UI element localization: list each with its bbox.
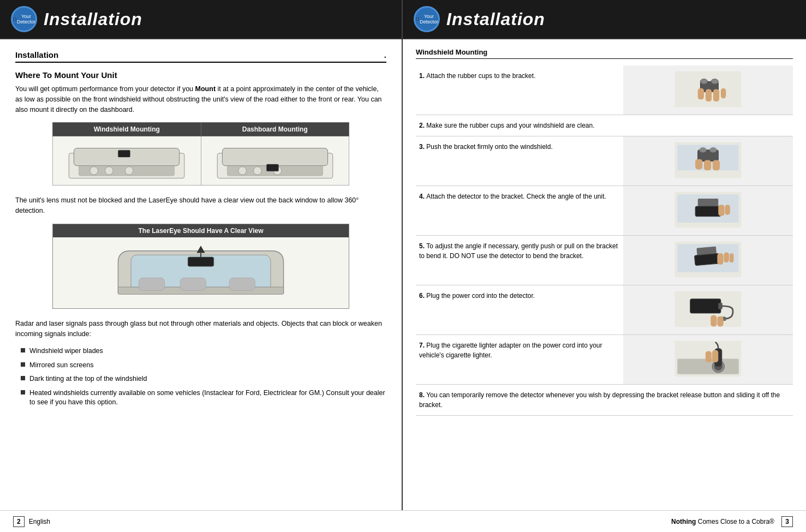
bullet-icon-4 bbox=[21, 390, 25, 394]
dual-header: Your Detector Installation Your Detector… bbox=[0, 0, 806, 38]
tagline-bold: Nothing bbox=[671, 518, 696, 525]
step-text-8: 8. You can temporarily remove the detect… bbox=[416, 385, 793, 416]
bullet-item-4: Heated windshields currently available o… bbox=[21, 388, 386, 408]
footer-right: Nothing Comes Close to a Cobra® 3 bbox=[671, 518, 793, 525]
svg-point-2 bbox=[14, 19, 15, 20]
step-row-6: 6. Plug the power cord into the detector… bbox=[416, 285, 793, 335]
right-logo: Your Detector bbox=[414, 6, 440, 32]
svg-rect-53 bbox=[698, 199, 719, 206]
svg-rect-42 bbox=[721, 88, 726, 99]
step-img-5 bbox=[623, 236, 793, 285]
svg-rect-27 bbox=[266, 164, 278, 171]
windshield-mount-img bbox=[53, 136, 201, 186]
left-header-title: Installation bbox=[44, 9, 142, 29]
svg-rect-32 bbox=[139, 278, 164, 291]
svg-rect-39 bbox=[698, 88, 704, 100]
steps-table: 1. Attach the rubber cups to the bracket… bbox=[416, 65, 793, 416]
step-text-3: 3. Push the bracket firmly onto the wind… bbox=[416, 136, 623, 186]
step-img-7 bbox=[623, 335, 793, 385]
svg-point-24 bbox=[238, 167, 247, 175]
svg-point-47 bbox=[709, 147, 717, 152]
main-content: Installation Where To Mount Your Unit Yo… bbox=[0, 38, 806, 510]
svg-marker-30 bbox=[196, 246, 205, 253]
svg-rect-68 bbox=[711, 315, 717, 327]
svg-rect-61 bbox=[717, 253, 723, 265]
svg-rect-65 bbox=[690, 299, 721, 313]
left-logo-label: Your Detector bbox=[17, 14, 35, 25]
footer: 2 English Nothing Comes Close to a Cobra… bbox=[0, 510, 806, 532]
svg-point-37 bbox=[700, 79, 707, 84]
step-row-1: 1. Attach the rubber cups to the bracket… bbox=[416, 65, 793, 115]
col-windshield: Windshield Mounting bbox=[53, 123, 201, 136]
bullet-item-1: Windshield wiper blades bbox=[21, 346, 386, 356]
page-num-right: 3 bbox=[781, 516, 793, 527]
svg-rect-34 bbox=[229, 278, 255, 291]
step-text-1: 1. Attach the rubber cups to the bracket… bbox=[416, 65, 623, 115]
left-section-heading: Installation bbox=[15, 50, 386, 63]
dashboard-mount-img bbox=[201, 136, 349, 186]
svg-point-25 bbox=[253, 167, 261, 175]
svg-rect-69 bbox=[717, 316, 723, 327]
bullet-icon-2 bbox=[21, 362, 25, 367]
bullet-icon-1 bbox=[21, 348, 25, 352]
svg-rect-40 bbox=[706, 89, 712, 102]
step-text-7: 7. Plug the cigarette lighter adapter on… bbox=[416, 335, 623, 385]
step-row-4: 4. Attach the detector to the bracket. C… bbox=[416, 186, 793, 236]
step-img-4 bbox=[623, 186, 793, 236]
left-logo: Your Detector bbox=[11, 6, 37, 32]
language-label: English bbox=[29, 518, 50, 525]
step-img-6 bbox=[623, 285, 793, 335]
step-row-5: 5. To adjust the angle if necessary, gen… bbox=[416, 236, 793, 285]
svg-rect-75 bbox=[706, 351, 712, 362]
svg-rect-33 bbox=[180, 278, 206, 291]
svg-rect-48 bbox=[695, 159, 702, 170]
col-dashboard: Dashboard Mounting bbox=[201, 123, 349, 136]
body-text-3: The unit's lens must not be blocked and … bbox=[15, 195, 386, 216]
step-text-4: 4. Attach the detector to the bracket. C… bbox=[416, 186, 623, 236]
right-column: Windshield Mounting 1. Attach the rubber… bbox=[403, 39, 806, 510]
subsection-title: Where To Mount Your Unit bbox=[15, 70, 386, 80]
svg-point-18 bbox=[105, 167, 114, 175]
bullet-item-2: Mirrored sun screens bbox=[21, 361, 386, 370]
svg-point-19 bbox=[125, 167, 133, 175]
bullet-item-3: Dark tinting at the top of the windshiel… bbox=[21, 374, 386, 384]
step-row-8: 8. You can temporarily remove the detect… bbox=[416, 385, 793, 416]
step-row-3: 3. Push the bracket firmly onto the wind… bbox=[416, 136, 793, 186]
body-text-4: Radar and laser signals pass through gla… bbox=[15, 319, 386, 339]
svg-rect-56 bbox=[725, 205, 730, 215]
svg-rect-20 bbox=[118, 150, 130, 157]
footer-left: 2 English bbox=[13, 516, 50, 527]
step-text-6: 6. Plug the power cord into the detector… bbox=[416, 285, 623, 335]
svg-rect-60 bbox=[694, 253, 719, 266]
svg-rect-62 bbox=[724, 252, 729, 262]
svg-point-46 bbox=[700, 147, 707, 152]
step-row-7: 7. Plug the cigarette lighter adapter on… bbox=[416, 335, 793, 385]
step-img-1 bbox=[623, 65, 793, 115]
lasereye-box: The LaserEye Should Have A Clear View bbox=[52, 224, 349, 309]
svg-rect-29 bbox=[188, 257, 213, 266]
svg-rect-41 bbox=[713, 89, 719, 102]
svg-rect-50 bbox=[713, 160, 720, 171]
right-header-title: Installation bbox=[446, 9, 545, 29]
svg-point-9 bbox=[417, 19, 418, 20]
step-text-2: 2. Make sure the rubber cups and your wi… bbox=[416, 115, 793, 136]
body-text-1: You will get optimum performance from yo… bbox=[15, 84, 386, 115]
step-row-2: 2. Make sure the rubber cups and your wi… bbox=[416, 115, 793, 136]
left-header: Your Detector Installation bbox=[0, 0, 403, 38]
lasereye-content bbox=[53, 237, 349, 308]
step-text-5: 5. To adjust the angle if necessary, gen… bbox=[416, 236, 623, 285]
svg-point-17 bbox=[90, 167, 98, 175]
svg-rect-55 bbox=[718, 205, 724, 216]
tagline-rest: Comes Close to a Cobra® bbox=[696, 518, 774, 525]
lasereye-header: The LaserEye Should Have A Clear View bbox=[53, 224, 349, 237]
right-header: Your Detector Installation bbox=[403, 0, 806, 38]
left-column: Installation Where To Mount Your Unit Yo… bbox=[0, 39, 403, 510]
svg-rect-54 bbox=[695, 206, 721, 217]
mounting-table: Windshield Mounting Dashboard Mounting bbox=[52, 122, 349, 186]
svg-point-38 bbox=[711, 79, 718, 84]
svg-rect-49 bbox=[704, 160, 711, 171]
page-num-left: 2 bbox=[13, 516, 25, 527]
svg-rect-22 bbox=[222, 148, 327, 166]
step-img-3 bbox=[623, 136, 793, 186]
wm-section-title: Windshield Mounting bbox=[416, 48, 793, 59]
